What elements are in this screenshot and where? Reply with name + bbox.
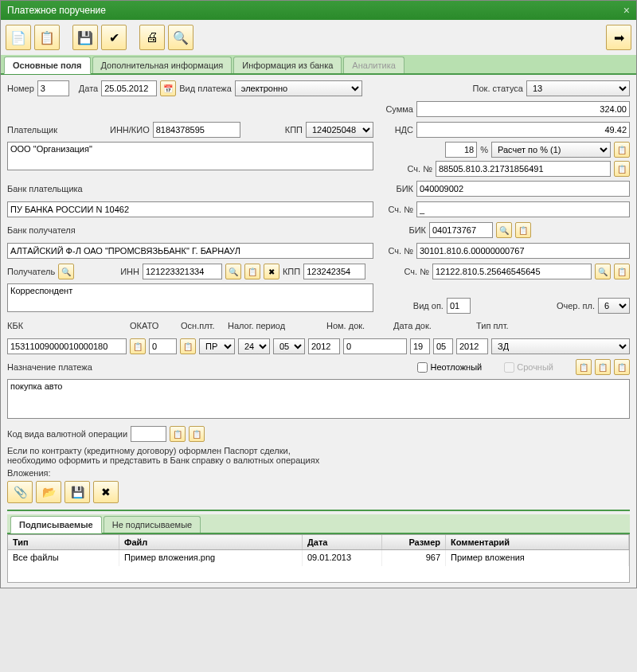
inn-lookup-icon[interactable]: 🔍 bbox=[225, 264, 241, 279]
table-row[interactable]: Все файлы Пример вложения.png 09.01.2013… bbox=[8, 550, 629, 566]
payee-inn-input[interactable] bbox=[143, 264, 222, 279]
payee-acc-input[interactable] bbox=[432, 264, 592, 279]
purpose-textarea[interactable]: покупка авто bbox=[7, 379, 630, 419]
payee-bank-acc-input[interactable] bbox=[416, 243, 630, 259]
op-type-input[interactable] bbox=[447, 298, 471, 314]
purpose-label: Назначение платежа bbox=[7, 362, 92, 372]
payer-bank-acc-label: Сч. № bbox=[389, 205, 413, 214]
payer-bank-bik-label: БИК bbox=[396, 184, 413, 193]
payer-acc-lookup-icon[interactable]: 📋 bbox=[614, 161, 630, 177]
kbk-input[interactable] bbox=[7, 338, 127, 354]
kpp-payer-select[interactable]: 124025048 bbox=[306, 122, 373, 138]
attach-open-button[interactable]: 📂 bbox=[36, 481, 61, 503]
payment-type-label: Вид платежа bbox=[179, 84, 232, 93]
doc-y-input[interactable] bbox=[456, 338, 488, 354]
term-checkbox: Срочный bbox=[504, 362, 553, 373]
percent-label: % bbox=[480, 145, 488, 154]
nds-action-icon[interactable]: 📋 bbox=[614, 142, 630, 158]
col-date[interactable]: Дата bbox=[303, 535, 382, 549]
sum-input[interactable] bbox=[416, 101, 630, 117]
tab-bank[interactable]: Информация из банка bbox=[233, 57, 342, 73]
save-button[interactable]: 💾 bbox=[72, 25, 98, 50]
payee-kpp-input[interactable] bbox=[303, 264, 365, 279]
bik-list-icon[interactable]: 📋 bbox=[515, 222, 531, 238]
purpose-btn2-icon[interactable]: 📋 bbox=[595, 359, 611, 375]
window-title: Платежное поручение bbox=[7, 5, 106, 16]
currency-code-label: Код вида валютной операции bbox=[7, 429, 127, 439]
attach-delete-button[interactable]: ✖ bbox=[93, 481, 119, 503]
acc-list-icon[interactable]: 📋 bbox=[614, 264, 630, 279]
nds-pct-input[interactable] bbox=[445, 142, 477, 158]
tax-m-select[interactable]: 05 bbox=[273, 338, 305, 354]
status-label: Пок. статуса bbox=[473, 84, 523, 93]
inn-kio-label: ИНН/КИО bbox=[110, 125, 150, 135]
col-comment[interactable]: Комментарий bbox=[446, 535, 629, 549]
purpose-btn3-icon[interactable]: 📋 bbox=[614, 359, 630, 375]
doc-no-input[interactable] bbox=[343, 338, 407, 354]
acc-lookup-icon[interactable]: 🔍 bbox=[595, 264, 611, 279]
purpose-btn1-icon[interactable]: 📋 bbox=[576, 359, 592, 375]
new-button[interactable]: 📄 bbox=[6, 25, 31, 50]
inn-clear-icon[interactable]: ✖ bbox=[264, 264, 279, 279]
bik-lookup-icon[interactable]: 🔍 bbox=[496, 222, 512, 238]
payee-bank-name-input[interactable] bbox=[7, 243, 373, 259]
payer-name-textarea[interactable]: ООО "Организация" bbox=[7, 142, 373, 170]
currency-btn2-icon[interactable]: 📋 bbox=[189, 426, 205, 442]
currency-code-input[interactable] bbox=[131, 426, 166, 442]
payer-bank-bik-input[interactable] bbox=[416, 181, 630, 197]
tab-extra[interactable]: Дополнительная информация bbox=[92, 57, 233, 73]
date-label: Дата bbox=[79, 84, 98, 93]
number-input[interactable] bbox=[37, 80, 69, 96]
payee-acc-label: Сч. № bbox=[404, 267, 429, 276]
main-tabs: Основные поля Дополнительная информация … bbox=[1, 55, 636, 75]
tax-y-input[interactable] bbox=[308, 338, 340, 354]
close-icon[interactable]: × bbox=[623, 4, 630, 17]
exit-button[interactable]: ➡ bbox=[606, 25, 631, 50]
print-button[interactable]: 🖨 bbox=[139, 25, 165, 50]
doc-m-input[interactable] bbox=[433, 338, 453, 354]
payer-acc-input[interactable] bbox=[436, 161, 611, 177]
urgent-checkbox[interactable]: Неотложный bbox=[417, 362, 482, 373]
calendar-icon[interactable]: 📅 bbox=[160, 80, 176, 96]
tab-main[interactable]: Основные поля bbox=[4, 57, 91, 74]
tab-not-signable[interactable]: Не подписываемые bbox=[104, 516, 201, 533]
form-area: Номер Дата 📅 Вид платежа электронно Пок.… bbox=[1, 75, 636, 588]
okato-input[interactable] bbox=[149, 338, 177, 354]
currency-btn1-icon[interactable]: 📋 bbox=[170, 426, 186, 442]
inn-kio-input[interactable] bbox=[153, 122, 240, 138]
tax-d-select[interactable]: 24 bbox=[238, 338, 270, 354]
pay-type-select[interactable]: ЗД bbox=[491, 338, 630, 354]
attach-save-button[interactable]: 💾 bbox=[64, 481, 90, 503]
payment-type-select[interactable]: электронно bbox=[235, 80, 362, 96]
payee-name-textarea[interactable]: Корреспондент bbox=[7, 283, 373, 312]
payee-bank-bik-label: БИК bbox=[408, 225, 426, 235]
payer-bank-acc-input[interactable] bbox=[416, 201, 630, 217]
doc-d-input[interactable] bbox=[410, 338, 430, 354]
kbk-lookup-icon[interactable]: 📋 bbox=[130, 338, 146, 354]
col-size[interactable]: Размер bbox=[382, 535, 446, 549]
payer-bank-label: Банк плательщика bbox=[7, 184, 83, 193]
check-button[interactable]: ✔ bbox=[101, 25, 127, 50]
payer-bank-name-input[interactable] bbox=[7, 201, 373, 217]
passport-note1: Если по контракту (кредитному договору) … bbox=[7, 446, 630, 455]
preview-button[interactable]: 🔍 bbox=[168, 25, 193, 50]
nds-calc-select[interactable]: Расчет по % (1) bbox=[491, 142, 611, 158]
queue-select[interactable]: 6 bbox=[598, 298, 630, 314]
col-type[interactable]: Тип bbox=[8, 535, 119, 549]
nds-input[interactable] bbox=[416, 122, 630, 138]
tab-signable[interactable]: Подписываемые bbox=[10, 516, 102, 533]
date-input[interactable] bbox=[101, 80, 157, 96]
copy-button[interactable]: 📋 bbox=[34, 25, 60, 50]
col-file[interactable]: Файл bbox=[119, 535, 303, 549]
attach-add-button[interactable]: 📎 bbox=[7, 481, 33, 503]
payee-bank-acc-label: Сч. № bbox=[389, 246, 413, 256]
osn-select[interactable]: ПР bbox=[199, 338, 235, 354]
inn-list-icon[interactable]: 📋 bbox=[244, 264, 260, 279]
status-select[interactable]: 13 bbox=[526, 80, 630, 96]
tax-period-label: Налог. период bbox=[228, 321, 323, 330]
payee-lookup-icon[interactable]: 🔍 bbox=[58, 264, 74, 279]
okato-lookup-icon[interactable]: 📋 bbox=[180, 338, 196, 354]
payment-order-window: Платежное поручение × 📄 📋 💾 ✔ 🖨 🔍 ➡ Осно… bbox=[0, 0, 637, 588]
attachments-label: Вложения: bbox=[7, 468, 630, 478]
payee-bank-bik-input[interactable] bbox=[429, 222, 493, 238]
